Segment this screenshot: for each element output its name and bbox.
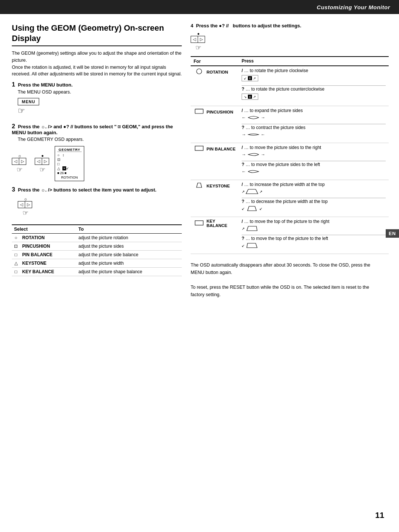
step-2: 2 Press the ☼. /> and ●? // buttons to s…: [12, 123, 182, 181]
step3-header: Press the ☼. /> buttons to select the it…: [18, 187, 157, 193]
press-row: ? … to move the picture sides to the lef…: [242, 162, 386, 175]
step4-section: 4 Press the ●? // buttons to adjust the …: [191, 23, 389, 52]
select-col-header: Select: [12, 225, 76, 234]
menu-button-illus: MENU ☞: [18, 98, 39, 116]
en-badge: EN: [386, 229, 399, 238]
bottom-text-1: The OSD automatically disappears after a…: [191, 261, 377, 276]
select-to-table: Select To ○ ROTATION adjust the picture …: [12, 224, 182, 276]
rotation-ccw-shape: ↘ x ↗: [242, 94, 258, 100]
press-row: / … to expand the picture sides ← →: [242, 108, 386, 121]
geometry-osd-box: GEOMETRY ○ ↕ ⊡ □ △ × ↙ ■ 26 ■ ROTATION: [55, 146, 84, 181]
step4-button-illus: ● ◁ ▷ ☞: [191, 31, 389, 52]
bottom-text: The OSD automatically disappears after a…: [191, 254, 389, 298]
for-icon: [194, 108, 205, 116]
for-label-text: PIN BALANCE: [207, 147, 236, 151]
for-cell: ROTATION: [191, 66, 239, 106]
table-row: □ PIN BALANCE adjust the picture side ba…: [12, 250, 182, 259]
svg-marker-9: [247, 243, 257, 248]
hand-icon: ☞: [18, 106, 39, 116]
for-icon: [194, 220, 205, 227]
press-row: ? … to decrease the picture width at the…: [242, 199, 386, 212]
bottom-text-2: To reset, press the RESET button while t…: [191, 284, 377, 298]
step-1: 1 Press the MENU button. The MENU OSD ap…: [12, 81, 182, 118]
step2-body: The GEOMETRY OSD appears.: [18, 136, 182, 143]
press-row: ? … to rotate the picture counterclockwi…: [242, 87, 386, 101]
press-row: ? … to move the top of the picture to th…: [242, 236, 386, 249]
for-cell: PIN BALANCE: [191, 143, 239, 180]
keystone-increase-shape: ↗ ↗: [242, 188, 386, 195]
pinc-contract-shape: → ←: [242, 131, 386, 138]
row-icon: □: [12, 267, 20, 276]
header-title: Customizing Your Monitor: [317, 4, 390, 10]
press-col-header: Press: [239, 57, 389, 66]
step2-header: Press the ☼. /> and ●? // buttons to sel…: [12, 124, 173, 135]
row-label: KEYSTONE: [20, 259, 76, 267]
step-3: 3 Press the ☼. /> buttons to select the …: [12, 186, 182, 219]
row-desc: adjust the picture shape balance: [76, 267, 182, 276]
keystone-decrease-shape: ↙ ↙: [242, 205, 386, 212]
row-desc: adjust the picture width: [76, 259, 182, 267]
row-icon: □: [12, 250, 20, 259]
page-title: Using the GEOM (Geometry) On-screen Disp…: [12, 23, 182, 46]
svg-marker-6: [248, 206, 256, 211]
row-label: KEY BALANCE: [20, 267, 76, 276]
press-cell: / … to rotate the picture clockwise ↙ x …: [239, 66, 389, 106]
for-icon: [194, 68, 205, 76]
for-label-text: KEY BALANCE: [207, 219, 236, 228]
svg-marker-4: [197, 183, 202, 187]
main-layout: Using the GEOM (Geometry) On-screen Disp…: [0, 14, 399, 298]
for-col-header: For: [191, 57, 239, 66]
list-item: KEYSTONE / … to increase the picture wid…: [191, 180, 389, 217]
svg-rect-1: [195, 109, 203, 113]
list-item: ROTATION / … to rotate the picture clock…: [191, 66, 389, 106]
press-cell: / … to move the top of the picture to th…: [239, 217, 389, 254]
step3-button-illus: ☼ ◁ ▷ ☞: [18, 196, 33, 217]
for-icon: [194, 182, 205, 190]
right-column: 4 Press the ●? // buttons to adjust the …: [191, 23, 389, 298]
pinc-expand-shape: ← →: [242, 114, 386, 121]
svg-marker-5: [246, 189, 258, 194]
for-icon: [194, 145, 205, 153]
row-icon: ○: [12, 233, 20, 242]
row-label: ROTATION: [20, 233, 76, 242]
for-cell: KEYSTONE: [191, 180, 239, 217]
svg-marker-8: [247, 226, 257, 231]
press-cell: / … to move the picture sides to the rig…: [239, 143, 389, 180]
row-label: PIN BALANCE: [20, 250, 76, 259]
for-label-text: ROTATION: [207, 70, 228, 74]
left-column: Using the GEOM (Geometry) On-screen Disp…: [12, 23, 182, 298]
row-desc: adjust the picture rotation: [76, 233, 182, 242]
for-label-text: PINCUSHION: [207, 110, 233, 114]
page-number: 11: [375, 511, 384, 520]
row-icon: △: [12, 259, 20, 267]
row-desc: adjust the picture sides: [76, 242, 182, 250]
for-cell: PINCUSHION: [191, 106, 239, 143]
to-col-header: To: [76, 225, 182, 234]
row-desc: adjust the picture side balance: [76, 250, 182, 259]
intro-text: The GEOM (geometry) settings allow you t…: [12, 50, 182, 78]
press-row: ? … to contract the picture sides → ←: [242, 125, 386, 138]
keybal-left-shape: ↙: [242, 242, 386, 249]
for-press-table: For Press ROTATION / … to rotate the pic…: [191, 56, 389, 254]
table-row: ⊡ PINCUSHION adjust the picture sides: [12, 242, 182, 250]
press-row: / … to move the top of the picture to th…: [242, 219, 386, 232]
rotation-cw-shape: ↙ x ↗: [242, 75, 258, 81]
menu-btn-label: MENU: [18, 98, 39, 105]
press-row: / … to move the picture sides to the rig…: [242, 145, 386, 158]
press-row: / … to increase the picture width at the…: [242, 182, 386, 195]
press-cell: / … to increase the picture width at the…: [239, 180, 389, 217]
list-item: PINCUSHION / … to expand the picture sid…: [191, 106, 389, 143]
list-item: KEY BALANCE / … to move the top of the p…: [191, 217, 389, 254]
geom-osd-rotation-label: ROTATION: [57, 176, 82, 179]
pinbal-left-shape: ←: [242, 168, 386, 175]
table-row: ○ ROTATION adjust the picture rotation: [12, 233, 182, 242]
step1-header: Press the MENU button.: [18, 82, 73, 88]
keybal-right-shape: ↗: [242, 225, 386, 232]
row-icon: ⊡: [12, 242, 20, 250]
row-label: PINCUSHION: [20, 242, 76, 250]
table-row: △ KEYSTONE adjust the picture width: [12, 259, 182, 267]
for-label-text: KEYSTONE: [207, 184, 230, 188]
svg-point-0: [197, 69, 202, 74]
table-row: □ KEY BALANCE adjust the picture shape b…: [12, 267, 182, 276]
geom-illustration: ☼ ◁ ▷ ☞ ● ◁ ▷: [12, 146, 182, 181]
